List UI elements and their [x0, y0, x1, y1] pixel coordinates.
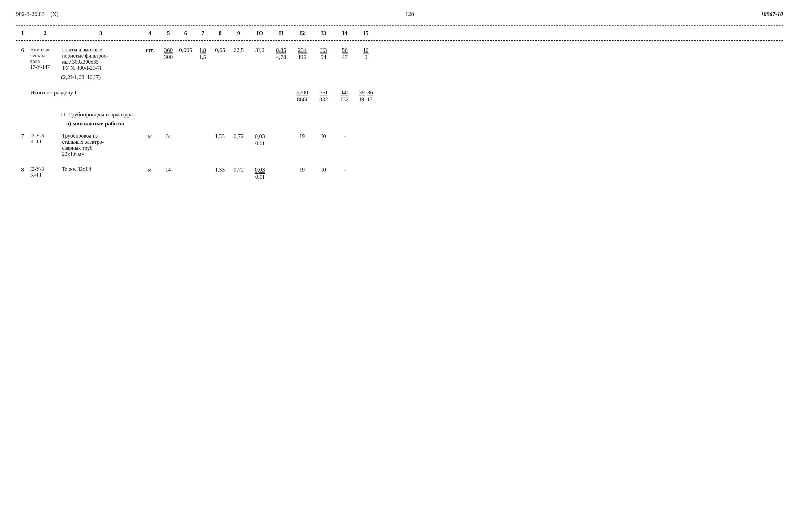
column-headers: I 2 3 4 5 6 7 8 9 IO II I2 I3 I4 I5	[16, 25, 783, 41]
row-col6-6: I,8 I,5	[193, 46, 212, 61]
row-col12-6: II3 94	[313, 46, 334, 61]
col-header-2: 2	[29, 28, 61, 38]
row-col7-7: I,33	[212, 132, 228, 140]
row-ref-8: I2-У-8 K=I,I	[29, 166, 61, 178]
col-header-7: 7	[193, 28, 212, 38]
totals-col13: I4I I32	[334, 89, 355, 103]
row-col10-6: 8,85 4,78	[271, 46, 292, 61]
col-header-1: I	[16, 28, 29, 38]
table-row: 6 Ном.пере- чень за- вода 17-У-147 Плиты…	[16, 46, 783, 81]
col-header-11: II	[271, 28, 292, 38]
col-header-10: IO	[249, 28, 271, 38]
row-col4-8: I4	[159, 166, 178, 174]
page-number: 128	[405, 11, 414, 18]
doc-number-suffix: (X)	[50, 11, 59, 17]
row-col5-6: 0,005	[178, 46, 193, 54]
col-header-13: I3	[313, 28, 334, 38]
totals-label: Итого по разделу I	[29, 89, 159, 103]
col-header-3: 3	[61, 28, 141, 38]
row-note-6: (2,2I-1,68+I6,I7)	[61, 74, 783, 81]
row-num-7: 7	[16, 132, 29, 140]
row-col13-8: -	[334, 166, 355, 174]
doc-code: 18967-10	[761, 11, 783, 18]
col-header-5: 5	[159, 28, 178, 38]
row-col7-6: 0,65	[212, 46, 228, 54]
totals-col11: 6700 866I	[292, 89, 313, 103]
row-col11-8: I9	[292, 166, 313, 174]
row-desc-7: Трубопровод из стальных электро- сварных…	[61, 132, 141, 158]
row-col9-7: 0,03 0,0I	[249, 132, 271, 147]
row-unit-8: м	[141, 166, 159, 174]
row-ref-7: I2-У-8 K=I,I	[29, 132, 61, 145]
row-unit-6: шт.	[141, 46, 159, 54]
col-header-14: I4	[334, 28, 355, 38]
row-col7-8: I,33	[212, 166, 228, 174]
row-desc-6: Плиты шамотные пористые фильтрос- ные 30…	[61, 46, 141, 72]
row-col5-8	[178, 166, 193, 167]
section2-title: П. Трубопроводы и арматура	[61, 111, 783, 118]
row-col14-6: I6 9	[355, 46, 376, 61]
row-col14-8	[355, 166, 376, 167]
col-header-4: 4	[141, 28, 159, 38]
col-header-12: I2	[292, 28, 313, 38]
row-col13-7: -	[334, 132, 355, 140]
row-ref-6: Ном.пере- чень за- вода 17-У-147	[29, 46, 61, 71]
row-col12-8: I0	[313, 166, 334, 174]
totals-col12: 35I 332	[313, 89, 334, 103]
row-col13-6: 56 47	[334, 46, 355, 61]
section2-subtitle: а) монтажные работы	[66, 120, 783, 127]
col-header-6: 6	[178, 28, 193, 38]
col-header-9: 9	[228, 28, 249, 38]
row-unit-7: м	[141, 132, 159, 140]
col-header-15: I5	[355, 28, 376, 38]
row-col6-7	[193, 132, 212, 133]
col-header-8: 8	[212, 28, 228, 38]
row-col8-8: 0,72	[228, 166, 249, 174]
row-col11-6: 234 I95	[292, 46, 313, 61]
row-num-8: 8	[16, 166, 29, 174]
row-col8-6: 62,5	[228, 46, 249, 54]
table-row: 7 I2-У-8 K=I,I Трубопровод из стальных э…	[16, 132, 783, 158]
row-col10-7	[271, 132, 292, 133]
row-col9-6: 3I,2	[249, 46, 271, 54]
totals-col14: 39 I9 36 I7	[355, 89, 376, 103]
row-col11-7: I9	[292, 132, 313, 140]
row-col5-7	[178, 132, 193, 133]
row-col12-7: I0	[313, 132, 334, 140]
row-col10-8	[271, 166, 292, 167]
doc-number: 902-3-26.83 (X)	[16, 11, 59, 18]
row-col14-7	[355, 132, 376, 133]
row-num-6: 6	[16, 46, 29, 54]
row-col6-8	[193, 166, 212, 167]
row-desc-8: То же. 32xI.4	[61, 166, 141, 173]
page-header: 902-3-26.83 (X) 128 18967-10	[16, 11, 783, 18]
row-col8-7: 0,72	[228, 132, 249, 140]
row-col4-7: I4	[159, 132, 178, 140]
doc-number-main: 902-3-26.83	[16, 11, 44, 17]
row-col4-6: 360 300	[159, 46, 178, 61]
table-row: 8 I2-У-8 K=I,I То же. 32xI.4 м I4 I,33 0…	[16, 166, 783, 180]
row-col9-8: 0,03 0,0I	[249, 166, 271, 180]
totals-row: Итого по разделу I 6700 866I 35I 332 I4I…	[16, 89, 783, 103]
